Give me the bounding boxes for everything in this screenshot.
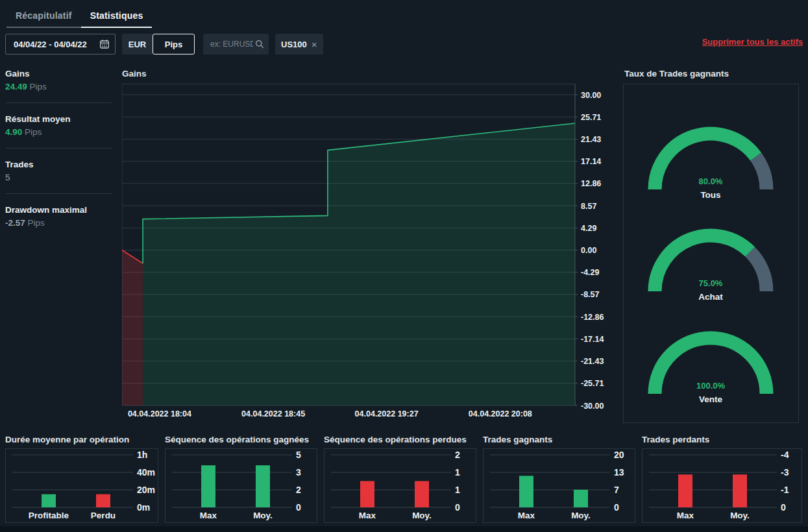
bar-max [519, 476, 533, 507]
mini-title-win-streak: Séquence des opérations gagnées [165, 435, 309, 444]
mini-title-loss-streak: Séquence des opérations perdues [324, 435, 467, 444]
mini-y-tick-label: 2 [455, 450, 460, 460]
gauges-panel-title: Taux de Trades gagnants [624, 69, 729, 79]
mini-panel-losing-trades: -4-3-10MaxMoy. [642, 448, 802, 523]
tab-recapitulatif[interactable]: Récapitulatif [6, 5, 81, 28]
bar-max [678, 474, 692, 507]
top-tabs: Récapitulatif Statistiques [6, 5, 152, 28]
gauge-remainder-arc [750, 252, 766, 291]
stat-trades: Trades 5 [5, 158, 112, 184]
summary-stats: Gains 24.49 Pips Résultat moyen 4.90 Pip… [5, 67, 112, 230]
asset-search [203, 34, 269, 54]
gauges-panel: 80.0%Tous75.0%Achat100.0%Vente [623, 84, 799, 423]
date-range-value: 04/04/22 - 04/04/22 [14, 40, 87, 49]
y-tick-label: -17.14 [581, 335, 604, 344]
y-tick-label: -4.29 [581, 268, 600, 277]
search-icon [254, 39, 265, 49]
mini-y-tick-label: 5 [296, 450, 301, 460]
date-range-picker[interactable]: 04/04/22 - 04/04/22 [5, 34, 116, 54]
bar-moy [415, 481, 429, 508]
bar-moy [733, 474, 747, 507]
chip-close-icon[interactable]: × [312, 40, 317, 49]
y-tick-label: -8.57 [581, 290, 600, 299]
unit-pips-button[interactable]: Pips [153, 34, 195, 54]
mini-y-tick-label: 1 [455, 467, 460, 478]
mini-gridlines [490, 455, 610, 507]
mini-y-tick-label: 20 [614, 450, 624, 460]
mini-category-label: Profitable [29, 511, 69, 520]
stat-label: Gains [5, 67, 112, 80]
stat-unit: Pips [30, 82, 47, 91]
stat-label: Résultat moyen [5, 113, 112, 125]
mini-y-tick-label: 1 [455, 485, 460, 495]
bar-moy [256, 465, 270, 507]
mini-y-tick-label: 1h [137, 450, 147, 460]
stat-value: 5 [5, 173, 10, 182]
mini-y-tick-label: 20m [137, 485, 155, 495]
mini-y-tick-label: 7 [614, 485, 619, 495]
mini-gridlines [12, 455, 133, 507]
stat-value: 4.90 [5, 127, 22, 137]
stat-label: Trades [5, 158, 112, 171]
mini-category-label: Moy. [253, 511, 273, 520]
mini-category-label: Max [677, 511, 694, 520]
stat-value: 24.49 [5, 82, 27, 91]
win-rate-gauges: 80.0%Tous75.0%Achat100.0%Vente [624, 84, 798, 422]
remove-all-assets-link[interactable]: Supprimer tous les actifs [702, 37, 803, 47]
mini-category-label: Max [200, 511, 217, 520]
asset-search-input[interactable] [209, 39, 254, 49]
y-tick-label: -12.86 [581, 313, 604, 322]
gains-x-axis: 04.04.2022 18:0404.04.2022 18:4504.04.20… [128, 409, 532, 418]
mini-y-tick-label: 40m [137, 467, 155, 478]
calendar-icon [99, 39, 110, 49]
avg-duration-bar-chart: 1h40m20m0mProfitablePerdu [6, 449, 158, 522]
winning-trades-bar-chart: 201370MaxMoy. [484, 449, 635, 522]
y-tick-label: 12.86 [581, 179, 601, 188]
loss-area-fill [122, 250, 143, 406]
gauge-percent-label: 100.0% [696, 381, 726, 391]
divider [5, 193, 112, 194]
y-tick-label: 21.43 [581, 135, 601, 144]
mini-title-winning-trades: Trades gagnants [483, 435, 552, 444]
stat-resultat-moyen: Résultat moyen 4.90 Pips [5, 113, 112, 139]
stat-value: -2.57 [5, 218, 25, 228]
bar-profitable [42, 494, 56, 507]
stat-unit: Pips [25, 127, 42, 137]
gauge-category-label: Tous [700, 190, 720, 200]
mini-gridlines [649, 455, 777, 507]
mini-title-duration: Durée moyenne par opération [5, 435, 129, 444]
asset-chip-label: US100 [281, 40, 307, 49]
gauge-vente: 100.0%Vente [655, 338, 766, 404]
y-tick-label: 30.00 [581, 91, 601, 100]
y-tick-label: 8.57 [581, 202, 596, 211]
stat-label: Drawdown maximal [5, 204, 112, 216]
x-tick-label: 04.04.2022 18:04 [128, 409, 191, 418]
gauge-category-label: Vente [699, 394, 723, 404]
gauge-percent-label: 75.0% [699, 278, 723, 288]
stat-unit: Pips [28, 218, 45, 228]
mini-category-label: Perdu [91, 511, 116, 520]
asset-chip-us100[interactable]: US100 × [275, 34, 323, 54]
gauge-remainder-arc [756, 156, 766, 189]
divider [5, 148, 112, 149]
bar-perdu [96, 494, 110, 507]
mini-y-tick-label: 0 [614, 502, 619, 513]
mini-title-losing-trades: Trades perdants [642, 435, 709, 444]
bar-max [360, 481, 374, 508]
gauge-achat: 75.0%Achat [655, 236, 766, 302]
x-tick-label: 04.04.2022 19:27 [355, 409, 419, 418]
bar-moy [574, 490, 588, 507]
gauge-category-label: Achat [698, 292, 723, 302]
mini-panel-loss-streak: 2110MaxMoy. [324, 448, 476, 523]
x-tick-label: 04.04.2022 18:45 [241, 409, 305, 418]
y-tick-label: 0.00 [581, 246, 596, 255]
window-bottom-edge [0, 526, 808, 532]
tab-statistiques[interactable]: Statistiques [81, 5, 153, 28]
trading-statistics-page: Récapitulatif Statistiques 04/04/22 - 04… [0, 0, 808, 532]
mini-category-label: Max [359, 511, 376, 520]
currency-eur-button[interactable]: EUR [122, 34, 153, 54]
mini-y-tick-label: 0 [455, 502, 460, 513]
mini-y-tick-label: 13 [614, 467, 624, 478]
divider [5, 103, 112, 103]
stat-gains: Gains 24.49 Pips [5, 67, 112, 93]
